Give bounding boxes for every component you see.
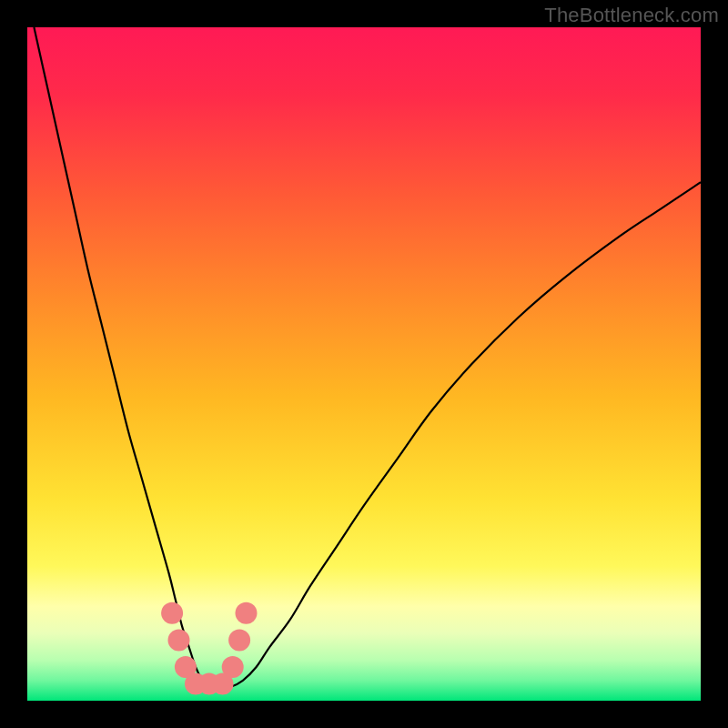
marker-dot bbox=[161, 602, 183, 624]
marker-dot bbox=[228, 629, 250, 651]
marker-dot bbox=[236, 602, 258, 624]
marker-dot bbox=[168, 629, 190, 651]
marker-dot bbox=[222, 656, 244, 678]
plot-area bbox=[27, 27, 701, 701]
gradient-background bbox=[27, 27, 701, 701]
watermark-text: TheBottleneck.com bbox=[544, 4, 719, 27]
chart-frame: TheBottleneck.com bbox=[0, 0, 728, 728]
chart-svg bbox=[27, 27, 701, 701]
